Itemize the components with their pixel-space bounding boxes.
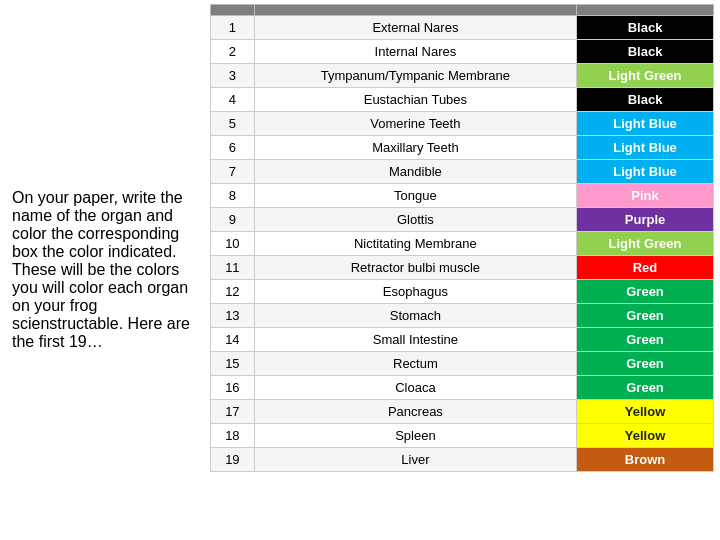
col-organ xyxy=(254,5,576,16)
table-row: 13StomachGreen xyxy=(211,304,714,328)
cell-organ: Stomach xyxy=(254,304,576,328)
table-row: 10Nictitating MembraneLight Green xyxy=(211,232,714,256)
cell-color: Yellow xyxy=(577,400,714,424)
table-row: 11Retractor bulbi muscleRed xyxy=(211,256,714,280)
cell-color: Green xyxy=(577,304,714,328)
cell-color: Light Green xyxy=(577,232,714,256)
cell-number: 3 xyxy=(211,64,255,88)
table-row: 5Vomerine TeethLight Blue xyxy=(211,112,714,136)
cell-organ: Cloaca xyxy=(254,376,576,400)
cell-organ: Maxillary Teeth xyxy=(254,136,576,160)
cell-number: 12 xyxy=(211,280,255,304)
table-body: 1External NaresBlack2Internal NaresBlack… xyxy=(211,16,714,472)
cell-organ: Pancreas xyxy=(254,400,576,424)
table-row: 6Maxillary TeethLight Blue xyxy=(211,136,714,160)
cell-color: Purple xyxy=(577,208,714,232)
cell-color: Green xyxy=(577,328,714,352)
cell-color: Light Blue xyxy=(577,136,714,160)
cell-color: Black xyxy=(577,40,714,64)
cell-color: Yellow xyxy=(577,424,714,448)
table-row: 1External NaresBlack xyxy=(211,16,714,40)
cell-organ: Mandible xyxy=(254,160,576,184)
cell-number: 18 xyxy=(211,424,255,448)
table-row: 7MandibleLight Blue xyxy=(211,160,714,184)
table-row: 19LiverBrown xyxy=(211,448,714,472)
table-row: 14Small IntestineGreen xyxy=(211,328,714,352)
cell-number: 14 xyxy=(211,328,255,352)
cell-organ: Rectum xyxy=(254,352,576,376)
cell-color: Black xyxy=(577,88,714,112)
cell-number: 1 xyxy=(211,16,255,40)
col-color xyxy=(577,5,714,16)
cell-number: 11 xyxy=(211,256,255,280)
cell-organ: Small Intestine xyxy=(254,328,576,352)
table-row: 16CloacaGreen xyxy=(211,376,714,400)
cell-color: Light Blue xyxy=(577,160,714,184)
cell-organ: Glottis xyxy=(254,208,576,232)
cell-number: 17 xyxy=(211,400,255,424)
table-row: 17PancreasYellow xyxy=(211,400,714,424)
cell-color: Brown xyxy=(577,448,714,472)
cell-color: Green xyxy=(577,280,714,304)
cell-number: 5 xyxy=(211,112,255,136)
cell-number: 4 xyxy=(211,88,255,112)
cell-number: 13 xyxy=(211,304,255,328)
cell-color: Green xyxy=(577,352,714,376)
cell-number: 6 xyxy=(211,136,255,160)
cell-color: Pink xyxy=(577,184,714,208)
table-row: 9GlottisPurple xyxy=(211,208,714,232)
cell-organ: Spleen xyxy=(254,424,576,448)
cell-number: 8 xyxy=(211,184,255,208)
col-number xyxy=(211,5,255,16)
cell-organ: Tongue xyxy=(254,184,576,208)
cell-organ: Eustachian Tubes xyxy=(254,88,576,112)
table-row: 3Tympanum/Tympanic MembraneLight Green xyxy=(211,64,714,88)
table-area: 1External NaresBlack2Internal NaresBlack… xyxy=(210,0,720,540)
instructions-text: On your paper, write the name of the org… xyxy=(12,189,198,351)
organ-table: 1External NaresBlack2Internal NaresBlack… xyxy=(210,4,714,472)
cell-number: 2 xyxy=(211,40,255,64)
table-row: 12EsophagusGreen xyxy=(211,280,714,304)
table-row: 18SpleenYellow xyxy=(211,424,714,448)
cell-color: Light Green xyxy=(577,64,714,88)
table-row: 15RectumGreen xyxy=(211,352,714,376)
table-header-row xyxy=(211,5,714,16)
cell-number: 9 xyxy=(211,208,255,232)
cell-organ: Nictitating Membrane xyxy=(254,232,576,256)
cell-organ: Esophagus xyxy=(254,280,576,304)
cell-number: 19 xyxy=(211,448,255,472)
cell-organ: Tympanum/Tympanic Membrane xyxy=(254,64,576,88)
cell-organ: Vomerine Teeth xyxy=(254,112,576,136)
cell-number: 7 xyxy=(211,160,255,184)
cell-organ: Liver xyxy=(254,448,576,472)
cell-color: Black xyxy=(577,16,714,40)
cell-organ: Internal Nares xyxy=(254,40,576,64)
cell-number: 16 xyxy=(211,376,255,400)
cell-color: Green xyxy=(577,376,714,400)
table-row: 4Eustachian TubesBlack xyxy=(211,88,714,112)
cell-number: 15 xyxy=(211,352,255,376)
cell-color: Light Blue xyxy=(577,112,714,136)
cell-organ: Retractor bulbi muscle xyxy=(254,256,576,280)
cell-number: 10 xyxy=(211,232,255,256)
cell-color: Red xyxy=(577,256,714,280)
left-panel: On your paper, write the name of the org… xyxy=(0,0,210,540)
table-row: 8TonguePink xyxy=(211,184,714,208)
table-row: 2Internal NaresBlack xyxy=(211,40,714,64)
cell-organ: External Nares xyxy=(254,16,576,40)
